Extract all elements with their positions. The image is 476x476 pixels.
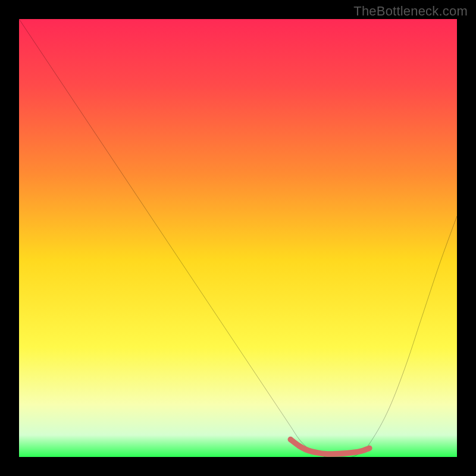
- watermark-text: TheBottleneck.com: [353, 4, 468, 19]
- chart-background: [19, 19, 457, 457]
- gradient-rect: [19, 19, 457, 457]
- chart-container: TheBottleneck.com: [0, 0, 476, 476]
